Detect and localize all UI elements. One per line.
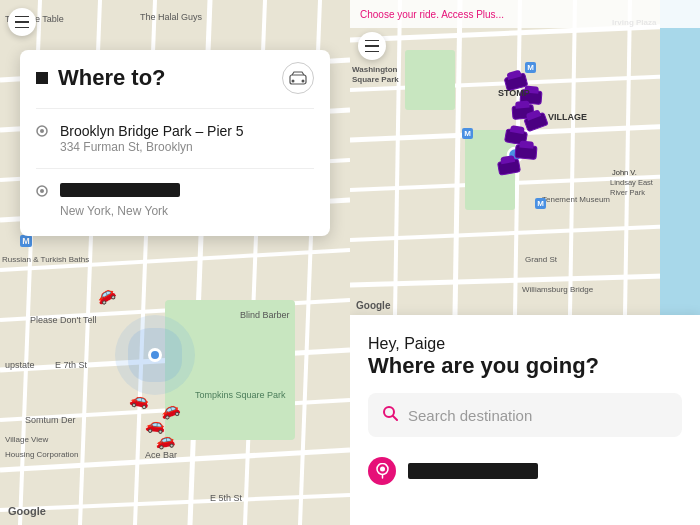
svg-point-45 [380, 467, 385, 472]
menu-button[interactable] [8, 8, 36, 36]
car-icon-5: 🚗 [154, 428, 177, 450]
current-location-redacted [408, 463, 538, 479]
origin-name-redacted [60, 183, 180, 197]
lyft-pin-icon [368, 457, 396, 485]
svg-rect-38 [405, 50, 455, 110]
search-destination-box[interactable]: Search destination [368, 393, 682, 437]
svg-point-20 [292, 80, 295, 83]
greeting-section: Hey, Paige Where are you going? [368, 335, 682, 379]
origin-row[interactable]: New York, New York [36, 177, 314, 224]
square-icon [36, 72, 48, 84]
greeting-hey: Hey, Paige [368, 335, 682, 353]
origin-info: New York, New York [60, 183, 180, 218]
subway-icon: M [20, 235, 32, 247]
subway-icon-right-3: M [535, 198, 546, 209]
svg-rect-19 [290, 75, 306, 84]
destination-info: Brooklyn Bridge Park – Pier 5 334 Furman… [60, 123, 244, 154]
svg-point-23 [40, 129, 44, 133]
hamburger-icon-right [365, 40, 379, 53]
bottom-sheet: Hey, Paige Where are you going? Search d… [350, 315, 700, 525]
subway-icon-right-1: M [525, 62, 536, 73]
top-bar-text: Choose your ride. Access Plus... [360, 9, 504, 20]
origin-city: New York, New York [60, 204, 180, 218]
car-icon-2: 🚗 [129, 388, 152, 410]
left-map-panel: Thaimee Table The Halal Guys E 10th St E… [0, 0, 350, 525]
card-divider-2 [36, 168, 314, 169]
search-card-header: Where to? [36, 62, 314, 94]
svg-rect-40 [660, 0, 700, 315]
right-panel: Washington Square Park STOMP VILLAGE Ten… [350, 0, 700, 525]
where-to-label: Where to? [58, 65, 166, 91]
origin-pin-icon [36, 185, 48, 204]
greeting-where: Where are you going? [368, 353, 682, 379]
svg-line-43 [393, 416, 397, 420]
google-watermark-right: Google [356, 300, 390, 311]
google-watermark-left: Google [8, 505, 46, 517]
destination-address: 334 Furman St, Brooklyn [60, 140, 244, 154]
svg-point-21 [302, 80, 305, 83]
destination-row[interactable]: Brooklyn Bridge Park – Pier 5 334 Furman… [36, 117, 314, 160]
search-card: Where to? Brooklyn Bridge Park [20, 50, 330, 236]
hamburger-icon [15, 16, 29, 29]
destination-name: Brooklyn Bridge Park – Pier 5 [60, 123, 244, 139]
current-location-row[interactable] [368, 451, 682, 491]
menu-button-right[interactable] [358, 32, 386, 60]
card-divider [36, 108, 314, 109]
top-bar-right: Choose your ride. Access Plus... [350, 0, 700, 28]
subway-icon-right-2: M [462, 128, 473, 139]
lyft-car-6 [514, 144, 537, 160]
search-pink-icon [382, 405, 398, 425]
svg-point-25 [40, 189, 44, 193]
map-right: Washington Square Park STOMP VILLAGE Ten… [350, 0, 700, 315]
search-dest-placeholder: Search destination [408, 407, 532, 424]
where-to-title[interactable]: Where to? [36, 65, 166, 91]
user-location-dot [148, 348, 162, 362]
destination-pin-icon [36, 125, 48, 144]
car-schedule-button[interactable] [282, 62, 314, 94]
